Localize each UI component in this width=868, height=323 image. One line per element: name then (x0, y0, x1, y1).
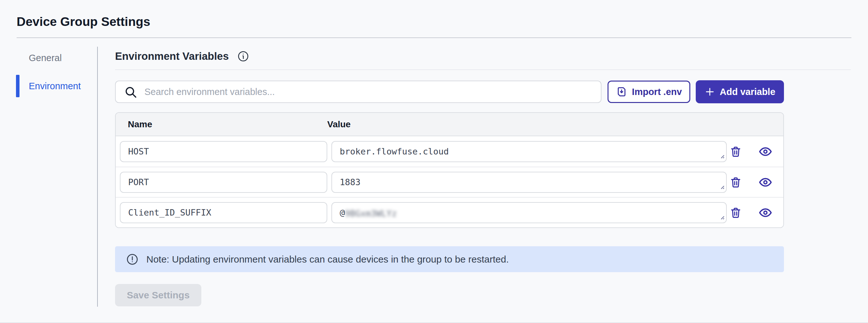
sidebar-item-label: General (29, 53, 62, 63)
name-input[interactable] (121, 142, 327, 162)
eye-icon (758, 206, 772, 220)
show-value-button[interactable] (758, 145, 772, 158)
note-banner: Note: Updating environment variables can… (115, 246, 784, 272)
settings-sidebar: General Environment (17, 47, 98, 307)
eye-icon (758, 175, 772, 189)
note-text: Note: Updating environment variables can… (146, 254, 509, 265)
title-divider (17, 37, 851, 38)
search-icon (124, 85, 137, 99)
plus-icon (704, 86, 715, 97)
show-value-button[interactable] (758, 175, 772, 189)
column-header-value: Value (323, 119, 719, 129)
value-field: 9BGxm3WLYz (332, 202, 727, 223)
name-input[interactable] (121, 203, 327, 223)
env-variables-table: Name Value (115, 112, 784, 228)
add-variable-label: Add variable (720, 87, 775, 97)
show-value-button[interactable] (758, 206, 772, 220)
trash-icon (730, 176, 742, 188)
page-title: Device Group Settings (17, 15, 851, 29)
table-header: Name Value (116, 113, 783, 136)
value-input[interactable] (332, 142, 726, 162)
delete-variable-button[interactable] (730, 146, 742, 158)
name-field (120, 172, 327, 193)
value-field (332, 172, 727, 193)
add-variable-button[interactable]: Add variable (696, 80, 784, 103)
section-heading: Environment Variables (115, 50, 229, 62)
name-field (120, 141, 327, 162)
info-icon[interactable] (237, 50, 249, 62)
name-field (120, 202, 327, 223)
table-rows: 9BGxm3WLYz (116, 136, 783, 227)
exclamation-circle-icon (126, 253, 139, 266)
table-row (116, 136, 783, 167)
search-box (115, 81, 601, 103)
sidebar-item-general[interactable]: General (17, 47, 97, 69)
value-input[interactable] (332, 172, 726, 192)
import-env-button[interactable]: Import .env (608, 81, 690, 103)
value-field (332, 141, 727, 162)
table-row: 9BGxm3WLYz (116, 197, 783, 227)
eye-icon (758, 145, 772, 158)
document-download-icon (616, 86, 627, 97)
trash-icon (730, 207, 742, 219)
delete-variable-button[interactable] (730, 176, 742, 188)
search-input[interactable] (115, 81, 601, 103)
heading-divider (115, 69, 851, 70)
sidebar-item-label: Environment (29, 81, 81, 91)
table-row (116, 167, 783, 197)
sidebar-item-environment[interactable]: Environment (17, 75, 97, 97)
main-panel: Environment Variables (98, 47, 851, 307)
import-env-label: Import .env (632, 87, 682, 97)
page-header: Device Group Settings (0, 0, 868, 38)
value-input[interactable] (332, 203, 726, 223)
name-input[interactable] (121, 172, 327, 192)
delete-variable-button[interactable] (730, 207, 742, 219)
column-header-name: Name (116, 119, 323, 129)
trash-icon (730, 146, 742, 158)
save-settings-button[interactable]: Save Settings (115, 284, 202, 306)
